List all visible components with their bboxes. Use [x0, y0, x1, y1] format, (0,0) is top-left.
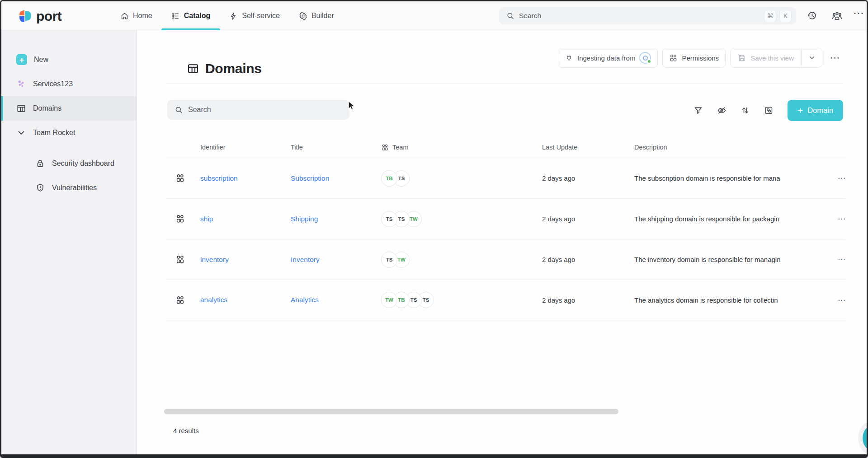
nav-tab-label: Catalog	[184, 12, 211, 20]
save-icon	[738, 54, 746, 62]
gear-icon	[299, 12, 307, 20]
search-icon	[175, 106, 183, 114]
col-header-title[interactable]: Title	[291, 144, 381, 151]
sidebar-item-services123[interactable]: Services123	[1, 72, 137, 96]
last-update-cell: 2 days ago	[542, 174, 634, 182]
ingesting-data-label: Ingesting data from	[577, 54, 635, 62]
col-header-team-label: Team	[392, 144, 408, 151]
ingesting-data-button[interactable]: Ingesting data from	[558, 48, 658, 68]
last-update-cell: 2 days ago	[542, 296, 634, 304]
team-badge[interactable]: TW	[381, 292, 397, 308]
description-cell: The subscription domain is responsible f…	[634, 174, 831, 182]
teams-icon[interactable]	[831, 10, 843, 21]
page-more-button[interactable]: ⋯	[827, 52, 843, 64]
save-view-label: Save this view	[750, 54, 794, 62]
services-cluster-icon	[16, 79, 26, 89]
save-view-button[interactable]: Save this view	[731, 48, 801, 67]
title-link[interactable]: Shipping	[291, 215, 381, 223]
row-more-button[interactable]: ⋯	[831, 255, 846, 264]
sidebar-item-label: New	[34, 56, 48, 64]
sidebar-item-new[interactable]: +New	[1, 47, 137, 72]
hide-columns-icon[interactable]	[713, 101, 730, 121]
global-search-placeholder: Search	[519, 12, 760, 20]
identifier-link[interactable]: inventory	[200, 256, 291, 264]
nav-tab-label: Builder	[311, 12, 334, 20]
row-more-button[interactable]: ⋯	[831, 173, 846, 183]
integration-status-badge	[639, 52, 651, 64]
topbar-nav: HomeCatalogSelf-serviceBuilder	[120, 1, 334, 30]
table-row-inventory: inventoryInventoryTSTW2 days agoThe inve…	[166, 239, 846, 280]
sidebar-item-vulnerabilities[interactable]: Vulnerabilities	[1, 176, 137, 200]
table-row-analytics: analyticsAnalyticsTWTBTSTS2 days agoThe …	[166, 280, 846, 320]
last-update-cell: 2 days ago	[542, 256, 634, 263]
sidebar: +NewServices123DomainsTeam RocketSecurit…	[1, 30, 137, 454]
sidebar-item-team-rocket[interactable]: Team Rocket	[1, 121, 137, 145]
identifier-link[interactable]: analytics	[200, 296, 291, 304]
nav-tab-catalog[interactable]: Catalog	[171, 1, 211, 30]
col-header-description[interactable]: Description	[634, 144, 831, 151]
nav-tab-builder[interactable]: Builder	[299, 1, 334, 30]
keycap-k: K	[779, 10, 792, 22]
group-icon	[175, 295, 185, 305]
nav-tab-label: Self-service	[242, 12, 280, 20]
team-cell: TBTS	[381, 170, 542, 187]
identifier-link[interactable]: ship	[200, 215, 291, 223]
group-icon	[175, 255, 185, 264]
chevron-down-icon	[16, 128, 26, 138]
row-more-button[interactable]: ⋯	[831, 214, 846, 224]
filter-icon[interactable]	[690, 101, 706, 121]
domains-table: Identifier Title Team Last Update Descri…	[166, 137, 846, 320]
nav-tab-label: Home	[133, 12, 152, 20]
divider	[166, 84, 843, 84]
keycap-⌘: ⌘	[764, 10, 776, 22]
table-search-input[interactable]: Search	[167, 100, 349, 120]
group-by-icon[interactable]	[760, 101, 777, 121]
table-search-placeholder: Search	[188, 106, 211, 114]
permissions-button[interactable]: Permissions	[662, 48, 726, 68]
global-search-input[interactable]: Search ⌘K	[499, 7, 796, 24]
horizontal-scrollbar[interactable]	[164, 409, 618, 414]
header-actions: Ingesting data from Permissions Save thi…	[558, 48, 843, 68]
table-icon	[16, 103, 26, 113]
title-link[interactable]: Subscription	[291, 174, 381, 182]
save-view-dropdown[interactable]	[801, 48, 822, 67]
shortcut-keys: ⌘K	[764, 10, 792, 22]
sidebar-item-domains[interactable]: Domains	[1, 96, 137, 121]
last-update-cell: 2 days ago	[542, 215, 634, 223]
lock-icon	[35, 159, 45, 168]
group-icon	[175, 173, 185, 183]
sidebar-item-label: Services123	[33, 80, 73, 88]
team-badge[interactable]: TS	[381, 252, 397, 268]
row-more-button[interactable]: ⋯	[831, 295, 846, 305]
group-icon	[175, 214, 185, 224]
logo-wordmark: port	[36, 9, 61, 24]
team-cell: TWTBTSTS	[381, 292, 542, 308]
sort-icon[interactable]	[737, 101, 753, 121]
results-count: 4 results	[173, 427, 199, 435]
team-badge[interactable]: TS	[381, 211, 397, 227]
search-icon	[506, 12, 514, 20]
sidebar-item-label: Team Rocket	[33, 129, 75, 137]
col-header-last-update[interactable]: Last Update	[542, 144, 634, 151]
history-icon[interactable]	[807, 10, 817, 21]
nav-tab-home[interactable]: Home	[120, 1, 152, 30]
col-header-team[interactable]: Team	[381, 144, 542, 151]
port-logo[interactable]: port	[19, 9, 61, 24]
title-link[interactable]: Analytics	[291, 296, 381, 304]
sidebar-item-security-dashboard[interactable]: Security dashboard	[1, 151, 137, 176]
team-cell: TSTSTW	[381, 211, 542, 227]
description-cell: The inventory domain is responsible for …	[634, 256, 831, 263]
add-domain-button[interactable]: + Domain	[788, 100, 843, 121]
nav-tab-self-service[interactable]: Self-service	[229, 1, 280, 30]
table-body: subscriptionSubscriptionTBTS2 days agoTh…	[166, 158, 846, 320]
catalog-icon	[171, 12, 180, 20]
col-header-identifier[interactable]: Identifier	[200, 144, 291, 151]
sidebar-item-label: Vulnerabilities	[52, 184, 97, 192]
identifier-link[interactable]: subscription	[200, 174, 291, 182]
port-logo-icon	[19, 9, 32, 23]
team-badge[interactable]: TB	[381, 170, 397, 187]
title-link[interactable]: Inventory	[291, 256, 381, 264]
topbar-more-icon[interactable]: ⋯	[853, 7, 865, 19]
table-header: Identifier Title Team Last Update Descri…	[166, 137, 846, 158]
bolt-icon	[229, 12, 238, 20]
